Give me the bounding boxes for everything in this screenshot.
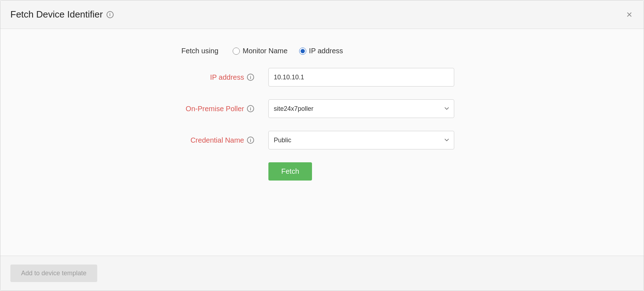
radio-monitor-name-label[interactable]: Monitor Name: [243, 47, 288, 55]
fetch-using-label: Fetch using: [161, 47, 218, 55]
on-premise-poller-info-icon[interactable]: i: [247, 105, 254, 112]
add-to-device-template-button[interactable]: Add to device template: [10, 265, 97, 282]
credential-name-select[interactable]: Public: [268, 131, 454, 149]
title-text: Fetch Device Identifier: [10, 9, 103, 20]
credential-name-label: Credential Name i: [161, 136, 254, 144]
on-premise-poller-row: On-Premise Poller i site24x7poller: [161, 99, 483, 118]
fetch-button-row: Fetch: [161, 162, 483, 181]
radio-ip-address-label[interactable]: IP address: [309, 47, 343, 55]
fetch-device-identifier-dialog: Fetch Device Identifier i × Fetch using …: [0, 0, 644, 291]
ip-address-row: IP address i: [161, 68, 483, 87]
dialog-header: Fetch Device Identifier i ×: [0, 0, 644, 29]
radio-option-monitor-name[interactable]: Monitor Name: [233, 47, 288, 55]
radio-option-ip-address[interactable]: IP address: [299, 47, 343, 55]
credential-name-info-icon[interactable]: i: [247, 137, 254, 144]
on-premise-poller-select[interactable]: site24x7poller: [268, 99, 454, 118]
credential-name-row: Credential Name i Public: [161, 131, 483, 149]
ip-address-info-icon[interactable]: i: [247, 74, 254, 81]
title-info-icon[interactable]: i: [106, 11, 114, 18]
dialog-footer: Add to device template: [0, 256, 644, 291]
form-section: Fetch using Monitor Name IP address IP a…: [161, 47, 483, 181]
on-premise-poller-label: On-Premise Poller i: [161, 105, 254, 113]
radio-ip-address[interactable]: [299, 48, 306, 55]
ip-address-label: IP address i: [161, 73, 254, 82]
close-button[interactable]: ×: [625, 10, 634, 20]
radio-monitor-name[interactable]: [233, 48, 240, 55]
dialog-title: Fetch Device Identifier i: [10, 9, 114, 20]
ip-address-input[interactable]: [268, 68, 454, 87]
fetch-button[interactable]: Fetch: [268, 162, 312, 181]
fetch-using-row: Fetch using Monitor Name IP address: [161, 47, 483, 55]
radio-group: Monitor Name IP address: [233, 47, 343, 55]
dialog-body: Fetch using Monitor Name IP address IP a…: [0, 29, 644, 256]
